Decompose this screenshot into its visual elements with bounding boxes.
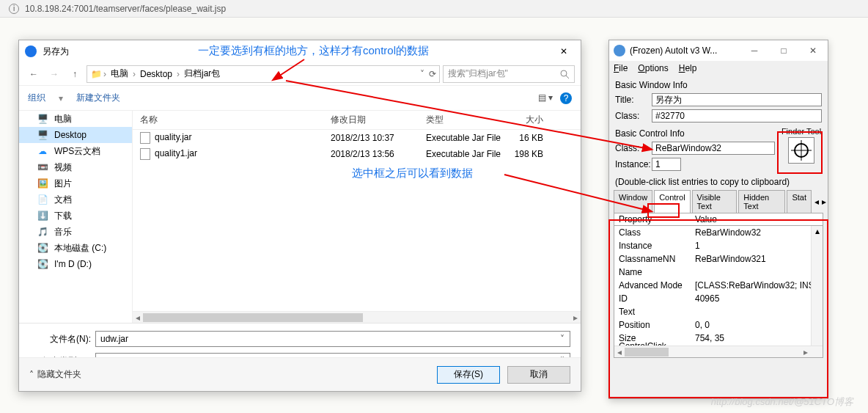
- cancel-button[interactable]: 取消: [507, 366, 570, 384]
- minimize-button[interactable]: ─: [740, 40, 769, 61]
- file-date-cell: 2018/2/13 10:37: [323, 133, 419, 143]
- dialog-title: 另存为: [43, 45, 547, 58]
- help-icon[interactable]: ?: [560, 92, 572, 104]
- menu-help[interactable]: Help: [679, 63, 697, 73]
- up-button[interactable]: ↑: [66, 65, 84, 83]
- sidebar-item-pictures[interactable]: 🖼️图片: [19, 175, 132, 191]
- breadcrumb-dropdown-icon[interactable]: ˅: [420, 69, 424, 79]
- scrollbar-thumb[interactable]: [143, 313, 363, 322]
- search-input[interactable]: 搜索"归档jar包": [443, 65, 575, 83]
- dialog-titlebar[interactable]: 另存为 ✕: [19, 40, 581, 62]
- tab-hidden-text[interactable]: Hidden Text: [738, 190, 785, 213]
- scrollbar-horizontal[interactable]: ◂▸: [614, 346, 823, 357]
- bci-class-field[interactable]: ReBarWindow32: [652, 142, 775, 155]
- search-placeholder: 搜索"归档jar包": [448, 67, 508, 80]
- hint-text: (Double-click list entries to copy to cl…: [609, 172, 828, 189]
- scrollbar-vertical[interactable]: ▴: [811, 226, 823, 346]
- col-value[interactable]: Value: [691, 214, 717, 224]
- cloud-icon: ☁: [37, 145, 48, 157]
- file-row[interactable]: quality1.jar 2018/2/13 13:56 Executable …: [133, 146, 581, 162]
- prop-row[interactable]: ID40965: [614, 292, 823, 305]
- sidebar-item-videos[interactable]: 📼视频: [19, 159, 132, 175]
- crosshair-icon: [791, 140, 812, 161]
- filename-input[interactable]: udw.jar˅: [95, 331, 570, 347]
- sidebar-item-label: WPS云文档: [54, 145, 100, 158]
- music-icon: 🎵: [37, 226, 48, 238]
- crumb-folder[interactable]: 归档jar包: [181, 67, 223, 80]
- download-icon: ⬇️: [37, 210, 48, 222]
- back-button[interactable]: ←: [25, 65, 43, 83]
- col-property[interactable]: Property: [614, 214, 691, 224]
- prop-row[interactable]: Name: [614, 266, 823, 279]
- prop-row[interactable]: Instance1: [614, 239, 823, 252]
- close-button[interactable]: ✕: [547, 40, 581, 62]
- sidebar-item-c-drive[interactable]: 💽本地磁盘 (C:): [19, 240, 132, 256]
- tab-stat[interactable]: Stat: [787, 190, 812, 213]
- finder-tool-label: Finder Tool: [781, 127, 821, 136]
- scrollbar-horizontal[interactable]: ◂ ▸: [133, 311, 581, 323]
- file-icon: [140, 148, 150, 160]
- tab-window[interactable]: Window: [614, 190, 652, 213]
- scrollbar-thumb[interactable]: [625, 348, 669, 357]
- svg-line-1: [566, 76, 569, 78]
- refresh-icon[interactable]: ⟳: [429, 69, 436, 79]
- sidebar-item-d-drive[interactable]: 💽I'm D (D:): [19, 256, 132, 272]
- scroll-right-icon[interactable]: ▸: [570, 312, 581, 324]
- scroll-right-icon[interactable]: ▸: [801, 346, 811, 358]
- prop-row[interactable]: Advanced Mode[CLASS:ReBarWindow32; INST: [614, 279, 823, 292]
- sidebar-item-music[interactable]: 🎵音乐: [19, 224, 132, 240]
- property-headers: Property Value: [614, 213, 823, 226]
- scroll-left-icon[interactable]: ◂: [133, 312, 143, 324]
- scroll-left-icon[interactable]: ◂: [614, 346, 625, 358]
- prop-row[interactable]: ClassnameNNReBarWindow321: [614, 252, 823, 266]
- col-type[interactable]: 类型: [419, 114, 507, 126]
- bwi-class-field[interactable]: #32770: [652, 109, 822, 123]
- file-type-cell: Executable Jar File: [419, 133, 507, 143]
- finder-tool[interactable]: [788, 137, 814, 164]
- sidebar-item-documents[interactable]: 📄文档: [19, 191, 132, 208]
- chevron-right-icon: ›: [133, 69, 136, 79]
- file-row[interactable]: quality.jar 2018/2/13 10:37 Executable J…: [133, 130, 581, 146]
- chevron-down-icon[interactable]: ˅: [556, 332, 568, 346]
- prop-row[interactable]: Text: [614, 305, 823, 318]
- col-name[interactable]: 名称: [133, 114, 323, 126]
- bci-instance-field[interactable]: 1: [652, 158, 681, 171]
- sidebar-item-label: 音乐: [54, 226, 72, 238]
- menu-options[interactable]: Options: [638, 63, 668, 73]
- col-size[interactable]: 大小: [507, 114, 558, 126]
- file-date-cell: 2018/2/13 13:56: [323, 149, 419, 159]
- menu-file[interactable]: File: [614, 63, 628, 73]
- tabs-right-icon[interactable]: ▸: [820, 197, 828, 207]
- bwi-title-field[interactable]: 另存为: [652, 93, 822, 106]
- sidebar-item-label: 电脑: [54, 113, 72, 125]
- close-button[interactable]: ✕: [798, 40, 828, 61]
- prop-row[interactable]: Position0, 0: [614, 318, 823, 332]
- file-icon: [140, 132, 150, 144]
- new-folder-button[interactable]: 新建文件夹: [76, 92, 120, 104]
- forward-button[interactable]: →: [45, 65, 63, 83]
- crumb-desktop[interactable]: Desktop: [137, 69, 175, 79]
- hide-folders-toggle[interactable]: ˄隐藏文件夹: [29, 368, 81, 381]
- sidebar-item-wps[interactable]: ☁WPS云文档: [19, 143, 132, 159]
- sidebar-item-label: 文档: [54, 194, 72, 206]
- svg-point-0: [561, 70, 567, 76]
- tab-control[interactable]: Control: [654, 190, 690, 213]
- sidebar-item-downloads[interactable]: ⬇️下载: [19, 208, 132, 224]
- sidebar-item-computer[interactable]: 🖥️电脑: [19, 111, 132, 127]
- save-button[interactable]: 保存(S): [437, 366, 500, 384]
- sidebar-item-desktop[interactable]: 🖥️Desktop: [19, 127, 132, 143]
- maximize-button[interactable]: □: [769, 40, 798, 61]
- tab-visible-text[interactable]: Visible Text: [692, 190, 738, 213]
- col-date[interactable]: 修改日期: [323, 114, 419, 126]
- app-icon: [25, 45, 37, 57]
- prop-row[interactable]: ClassReBarWindow32: [614, 226, 823, 239]
- tabs-left-icon[interactable]: ◂: [813, 197, 820, 207]
- crumb-root[interactable]: 电脑: [108, 67, 131, 80]
- file-name-cell: quality.jar: [133, 132, 323, 144]
- organize-button[interactable]: 组织: [28, 92, 45, 104]
- bci-instance-label: Instance:: [615, 159, 652, 169]
- view-options-button[interactable]: ▤ ▾: [538, 92, 553, 104]
- autoit-titlebar[interactable]: (Frozen) AutoIt v3 W... ─ □ ✕: [609, 40, 828, 61]
- breadcrumb[interactable]: 📁 › 电脑 › Desktop › 归档jar包 ˅⟳: [87, 65, 440, 83]
- menu-bar: File Options Help: [609, 61, 828, 76]
